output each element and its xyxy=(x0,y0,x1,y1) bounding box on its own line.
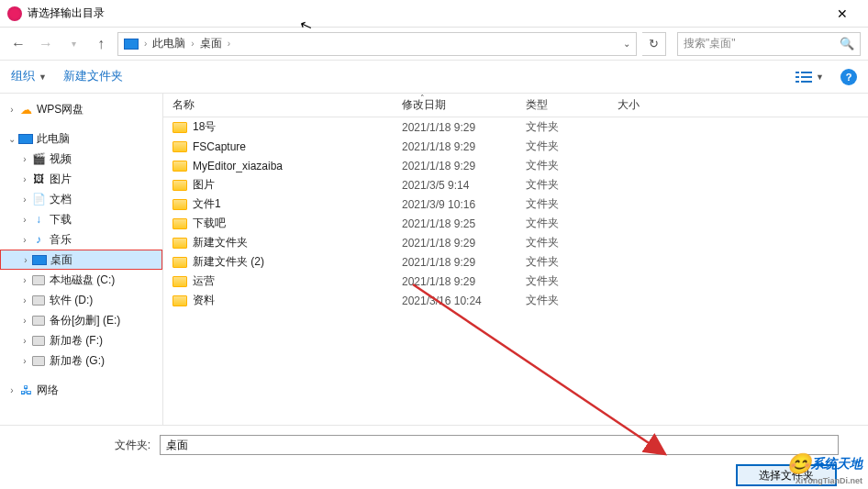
folder-icon xyxy=(172,238,187,249)
file-row[interactable]: 新建文件夹 (2)2021/1/18 9:29文件夹 xyxy=(163,252,868,272)
file-row[interactable]: MyEditor_xiazaiba2021/1/18 9:29文件夹 xyxy=(163,156,868,175)
file-list[interactable]: 名称 ˄ 修改日期 类型 大小 18号2021/1/18 9:29文件夹FSCa… xyxy=(163,94,868,425)
expand-icon[interactable]: › xyxy=(18,336,31,346)
svg-rect-1 xyxy=(801,72,812,73)
file-row[interactable]: 图片2021/3/5 9:14文件夹 xyxy=(163,175,868,194)
file-date: 2021/1/18 9:29 xyxy=(393,237,517,250)
file-row[interactable]: FSCapture2021/1/18 9:29文件夹 xyxy=(163,137,868,156)
chevron-down-icon: ▼ xyxy=(39,72,47,82)
refresh-button[interactable]: ↻ xyxy=(642,32,666,56)
desktop-icon xyxy=(32,253,47,266)
file-date: 2021/1/18 9:29 xyxy=(393,275,517,288)
help-button[interactable]: ? xyxy=(840,69,857,85)
downloads-icon: ↓ xyxy=(31,213,46,226)
svg-rect-3 xyxy=(801,76,812,78)
tree-item-pc[interactable]: ⌄此电脑 xyxy=(0,128,162,149)
expand-icon[interactable]: › xyxy=(18,154,31,164)
new-folder-button[interactable]: 新建文件夹 xyxy=(63,69,123,84)
tree-item-disk-g[interactable]: ›新加卷 (G:) xyxy=(0,350,162,371)
search-icon[interactable]: 🔍 xyxy=(840,37,854,50)
folder-icon xyxy=(172,180,187,191)
svg-rect-0 xyxy=(796,72,799,73)
expand-icon[interactable]: › xyxy=(18,295,31,306)
sort-arrow-icon: ˄ xyxy=(420,94,425,103)
breadcrumb[interactable]: › 此电脑 › 桌面 › ⌄ xyxy=(117,32,637,56)
file-name: 资料 xyxy=(193,293,215,308)
tree-item-pictures[interactable]: ›🖼图片 xyxy=(0,169,162,189)
file-type: 文件夹 xyxy=(517,293,608,308)
search-input[interactable]: 搜索"桌面" 🔍 xyxy=(677,32,861,56)
file-type: 文件夹 xyxy=(517,254,608,270)
tree-item-documents[interactable]: ›📄文档 xyxy=(0,189,162,209)
file-date: 2021/3/5 9:14 xyxy=(393,179,517,192)
folder-icon xyxy=(172,122,187,133)
breadcrumb-part[interactable]: 桌面 xyxy=(200,36,222,51)
expand-icon[interactable]: › xyxy=(6,105,18,115)
tree-item-disk-f[interactable]: ›新加卷 (F:) xyxy=(0,330,162,350)
expand-icon[interactable]: › xyxy=(18,215,31,225)
chevron-down-icon: ▼ xyxy=(816,72,824,82)
expand-icon[interactable]: › xyxy=(18,316,31,326)
expand-icon[interactable]: › xyxy=(18,235,31,245)
sidebar[interactable]: ›☁WPS网盘 ⌄此电脑 ›🎬视频 ›🖼图片 ›📄文档 ›↓下载 ›♪音乐 ›桌… xyxy=(0,94,163,425)
file-type: 文件夹 xyxy=(517,196,608,212)
folder-label: 文件夹: xyxy=(105,438,150,453)
svg-rect-2 xyxy=(796,76,799,78)
file-date: 2021/1/18 9:25 xyxy=(393,217,517,230)
tree-item-disk-d[interactable]: ›软件 (D:) xyxy=(0,290,162,310)
folder-icon xyxy=(172,141,187,152)
tree-item-network[interactable]: ›🖧网络 xyxy=(0,380,162,400)
footer: 文件夹: 选择文件夹 xyxy=(0,425,868,489)
forward-button[interactable]: → xyxy=(35,33,57,55)
expand-icon[interactable]: › xyxy=(18,194,31,205)
tree-item-disk-e[interactable]: ›备份[勿删] (E:) xyxy=(0,310,162,330)
folder-icon xyxy=(172,161,187,172)
tree-item-music[interactable]: ›♪音乐 xyxy=(0,229,162,250)
recent-dropdown[interactable]: ▾ xyxy=(62,33,84,55)
file-type: 文件夹 xyxy=(517,119,608,135)
navbar: ← → ▾ ↑ › 此电脑 › 桌面 › ⌄ ↻ 搜索"桌面" 🔍 xyxy=(0,28,868,61)
file-date: 2021/3/16 10:24 xyxy=(393,295,517,307)
breadcrumb-part[interactable]: 此电脑 xyxy=(152,36,185,51)
file-row[interactable]: 新建文件夹2021/1/18 9:29文件夹 xyxy=(163,233,868,252)
expand-icon[interactable]: › xyxy=(18,356,31,366)
breadcrumb-dropdown[interactable]: ⌄ xyxy=(623,39,630,49)
window-title: 请选择输出目录 xyxy=(28,6,824,21)
tree-item-desktop[interactable]: ›桌面 xyxy=(0,250,162,270)
column-date[interactable]: 修改日期 xyxy=(393,94,517,117)
file-row[interactable]: 下载吧2021/1/18 9:25文件夹 xyxy=(163,214,868,233)
disk-icon xyxy=(31,314,46,327)
back-button[interactable]: ← xyxy=(7,33,29,55)
file-row[interactable]: 运营2021/1/18 9:29文件夹 xyxy=(163,272,868,291)
file-date: 2021/1/18 9:29 xyxy=(393,140,517,153)
column-size[interactable]: 大小 xyxy=(608,94,700,117)
folder-input[interactable] xyxy=(160,435,839,455)
disk-icon xyxy=(31,273,46,286)
watermark-text: 系统天地 xyxy=(811,456,862,471)
file-row[interactable]: 文件12021/3/9 10:16文件夹 xyxy=(163,194,868,214)
file-name: 新建文件夹 xyxy=(193,235,248,250)
file-row[interactable]: 资料2021/3/16 10:24文件夹 xyxy=(163,291,868,310)
expand-icon[interactable]: › xyxy=(18,275,31,285)
tree-item-wps[interactable]: ›☁WPS网盘 xyxy=(0,99,162,119)
close-button[interactable]: ✕ xyxy=(824,6,861,21)
column-type[interactable]: 类型 xyxy=(517,94,608,117)
watermark-icon: 😊 xyxy=(786,452,811,475)
folder-icon xyxy=(172,199,187,210)
file-row[interactable]: 18号2021/1/18 9:29文件夹 xyxy=(163,117,868,137)
collapse-icon[interactable]: ⌄ xyxy=(6,134,18,144)
tree-item-disk-c[interactable]: ›本地磁盘 (C:) xyxy=(0,270,162,290)
file-name: 文件1 xyxy=(193,196,221,212)
tree-item-video[interactable]: ›🎬视频 xyxy=(0,149,162,169)
file-date: 2021/1/18 9:29 xyxy=(393,121,517,134)
expand-icon[interactable]: › xyxy=(18,174,31,184)
body-area: ›☁WPS网盘 ⌄此电脑 ›🎬视频 ›🖼图片 ›📄文档 ›↓下载 ›♪音乐 ›桌… xyxy=(0,94,868,425)
expand-icon[interactable]: › xyxy=(19,255,32,265)
view-button[interactable]: ▼ xyxy=(796,71,824,83)
organize-button[interactable]: 组织 ▼ xyxy=(11,69,47,84)
column-name[interactable]: 名称 xyxy=(163,94,393,117)
cloud-icon: ☁ xyxy=(18,103,33,116)
expand-icon[interactable]: › xyxy=(6,385,18,395)
tree-item-downloads[interactable]: ›↓下载 xyxy=(0,209,162,229)
up-button[interactable]: ↑ xyxy=(90,33,112,55)
